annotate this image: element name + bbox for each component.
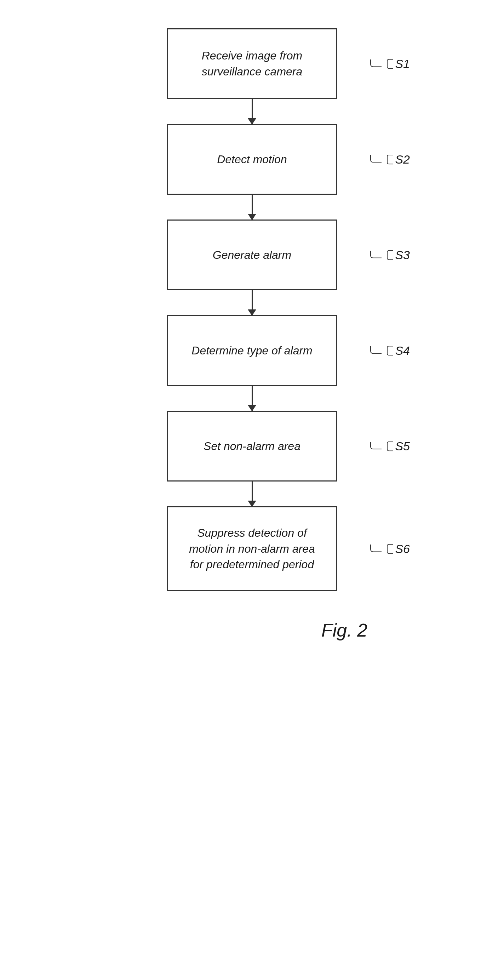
arrow-2 bbox=[252, 195, 253, 220]
step-id-s4: S4 bbox=[370, 344, 410, 358]
step-box-s1: Receive image from surveillance camera bbox=[167, 28, 337, 99]
step-id-s1: S1 bbox=[370, 57, 410, 71]
step-wrapper-s3: Generate alarm S3 bbox=[126, 220, 378, 290]
step-box-s2: Detect motion bbox=[167, 124, 337, 195]
step-box-s3: Generate alarm bbox=[167, 220, 337, 290]
step-id-s6: S6 bbox=[370, 542, 410, 556]
step-label-s2: Detect motion bbox=[217, 151, 287, 167]
step-wrapper-s5: Set non-alarm area S5 bbox=[126, 411, 378, 482]
step-box-s4: Determine type of alarm bbox=[167, 315, 337, 386]
step-wrapper-s2: Detect motion S2 bbox=[126, 124, 378, 195]
arrow-3 bbox=[252, 290, 253, 315]
step-id-s3: S3 bbox=[370, 248, 410, 262]
step-wrapper-s6: Suppress detection of motion in non-alar… bbox=[126, 506, 378, 591]
bracket-s4 bbox=[387, 346, 393, 356]
step-wrapper-s1: Receive image from surveillance camera S… bbox=[126, 28, 378, 99]
arrow-4 bbox=[252, 386, 253, 411]
step-id-s2: S2 bbox=[370, 153, 410, 166]
bracket-s6 bbox=[387, 544, 393, 554]
step-label-s3: Generate alarm bbox=[213, 247, 291, 263]
bracket-s3 bbox=[387, 250, 393, 260]
step-label-s5: Set non-alarm area bbox=[204, 438, 300, 454]
step-label-s4: Determine type of alarm bbox=[191, 343, 312, 359]
step-label-s6: Suppress detection of motion in non-alar… bbox=[182, 525, 322, 573]
step-id-s5: S5 bbox=[370, 439, 410, 453]
bracket-s2 bbox=[387, 155, 393, 165]
step-box-s5: Set non-alarm area bbox=[167, 411, 337, 482]
step-box-s6: Suppress detection of motion in non-alar… bbox=[167, 506, 337, 591]
flowchart-diagram: Receive image from surveillance camera S… bbox=[126, 28, 378, 641]
step-label-s1: Receive image from surveillance camera bbox=[182, 48, 322, 80]
bracket-s5 bbox=[387, 442, 393, 452]
arrow-1 bbox=[252, 99, 253, 124]
figure-label: Fig. 2 bbox=[321, 620, 367, 641]
arrow-5 bbox=[252, 482, 253, 506]
step-wrapper-s4: Determine type of alarm S4 bbox=[126, 315, 378, 386]
bracket-s1 bbox=[387, 59, 393, 69]
